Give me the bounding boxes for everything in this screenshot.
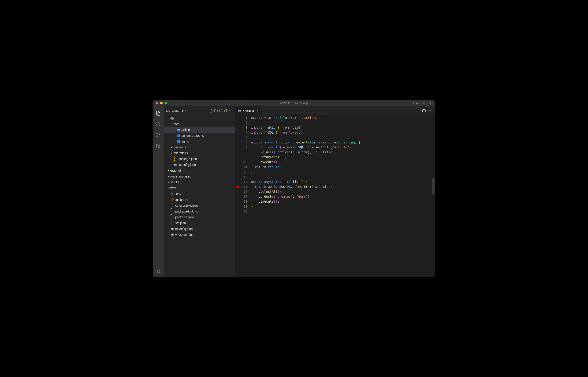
code-line[interactable]: import { ulid } from "ulid"; (251, 125, 435, 130)
activity-settings[interactable] (153, 266, 164, 277)
scrollbar-thumb[interactable] (432, 178, 435, 194)
panel-right-icon[interactable] (422, 102, 425, 105)
customize-layout-icon[interactable] (429, 102, 432, 105)
line-number: 16 (240, 189, 247, 194)
ts-file-icon: TS (170, 228, 174, 230)
chevron-right-icon (167, 175, 170, 178)
new-file-icon[interactable] (209, 109, 213, 113)
breakpoint-icon[interactable] (236, 186, 239, 188)
code-line[interactable]: .orderBy("created", "desc") (251, 194, 435, 199)
file-tree[interactable]: apicoreTSarticle.tsTSsql.generated.tsTSs… (164, 115, 235, 277)
breakpoint-gutter[interactable] (235, 115, 240, 277)
window-maximize-button[interactable] (164, 102, 167, 105)
line-number: 10 (240, 160, 247, 165)
tree-item-label: functions (173, 145, 186, 149)
tree-item-stacks[interactable]: stacks (164, 179, 235, 185)
code-line[interactable] (251, 135, 435, 140)
tab-close-icon[interactable] (256, 109, 259, 113)
code-line[interactable]: import { SQL } from "./sql"; (251, 130, 435, 135)
tree-item-functions[interactable]: functions (164, 144, 235, 150)
line-number: 9 (240, 155, 247, 160)
tree-item-core[interactable]: core (164, 121, 235, 127)
svg-point-26 (429, 110, 430, 111)
editor-actions (419, 106, 435, 115)
tree-item-sst-json[interactable]: { }sst.json (164, 220, 235, 226)
split-editor-icon[interactable] (422, 109, 426, 113)
tab-article[interactable]: TS article.ts (235, 106, 262, 115)
ts-file-icon: TS (170, 234, 174, 236)
tree-item-tsconfig-json[interactable]: TStsconfig.json (164, 226, 235, 232)
code-line[interactable]: export * as Article from "./article"; (251, 115, 435, 120)
activity-search[interactable] (153, 119, 164, 130)
window-minimize-button[interactable] (160, 102, 163, 105)
more-icon[interactable] (229, 109, 233, 113)
code-line[interactable]: } (251, 169, 435, 174)
tree-item-graphql[interactable]: graphql (164, 168, 235, 174)
tab-bar: TS article.ts (235, 106, 435, 115)
tree-item-label: article.ts (182, 128, 193, 131)
files-icon (156, 111, 161, 116)
window-title: article.ts — my-sst-app (280, 102, 308, 105)
tree-item-sql-generated-ts[interactable]: TSsql.generated.ts (164, 133, 235, 139)
new-folder-icon[interactable] (214, 109, 218, 113)
window-close-button[interactable] (156, 102, 158, 105)
code-line[interactable]: .execute(); (251, 160, 435, 165)
chevron-right-icon (170, 146, 173, 149)
tree-item-web[interactable]: web (164, 185, 235, 191)
titlebar[interactable]: article.ts — my-sst-app (153, 100, 435, 106)
more-actions-icon[interactable] (429, 109, 432, 113)
panel-left-icon[interactable] (411, 102, 414, 105)
svg-point-14 (159, 133, 160, 134)
tree-item-package-json[interactable]: { }package.json (164, 156, 235, 162)
line-number: 6 (240, 140, 247, 145)
tree-item-label: migrations (173, 151, 188, 155)
code-line[interactable]: } (251, 204, 435, 209)
svg-point-12 (156, 133, 158, 134)
code-line[interactable] (251, 174, 435, 179)
code-line[interactable]: .values({ articleID: ulid(), url, title … (251, 150, 435, 155)
code-line[interactable] (251, 120, 435, 125)
svg-point-20 (231, 110, 231, 111)
debug-icon (156, 143, 161, 148)
code-line[interactable]: const [result] = await SQL.DB.insertInto… (251, 145, 435, 150)
code-content[interactable]: export * as Article from "./article";imp… (251, 115, 435, 277)
code-line[interactable]: export async function create(title: stri… (251, 140, 435, 145)
line-number: 7 (240, 145, 247, 150)
tree-item-migrations[interactable]: migrations (164, 150, 235, 156)
tree-item-label: stacks (170, 180, 179, 184)
tree-item-node-modules[interactable]: node_modules (164, 174, 235, 179)
code-line[interactable]: export async function list() { (251, 179, 435, 184)
collapse-all-icon[interactable] (224, 109, 228, 113)
refresh-icon[interactable] (219, 109, 223, 113)
tree-item-label: sst.json (175, 221, 186, 225)
tree-item-package-lock-json[interactable]: { }package-lock.json (164, 208, 235, 214)
activity-run-debug[interactable] (153, 140, 164, 151)
code-line[interactable] (251, 209, 435, 214)
code-line[interactable]: .execute(); (251, 199, 435, 204)
svg-point-10 (156, 122, 159, 125)
ts-file-icon: TS (177, 140, 181, 143)
chevron-right-icon (167, 187, 170, 189)
line-number: 4 (240, 130, 247, 135)
titlebar-controls (411, 102, 432, 105)
activity-source-control[interactable] (153, 130, 164, 140)
tree-item--env[interactable]: .env (164, 191, 235, 197)
code-editor[interactable]: 1234567891011121314151617181920 export *… (235, 115, 435, 277)
tree-item-api[interactable]: api (164, 115, 235, 121)
tree-item-package-json[interactable]: { }package.json (164, 214, 235, 220)
code-line[interactable]: return await SQL.DB.selectFrom("article"… (251, 184, 435, 189)
json-file-icon: { } (173, 155, 177, 162)
tree-item-cdk-context-json[interactable]: { }cdk.context.json (164, 203, 235, 208)
tree-item-sql-ts[interactable]: TSsql.ts (164, 139, 235, 144)
tree-item-tsconfig-json[interactable]: TStsconfig.json (164, 162, 235, 168)
tree-item--gitignore[interactable]: .gitignore (164, 197, 235, 203)
svg-point-21 (232, 110, 232, 111)
line-number: 14 (240, 179, 247, 184)
tree-item-article-ts[interactable]: TSarticle.ts (164, 127, 235, 133)
code-line[interactable]: return result; (251, 165, 435, 169)
code-line[interactable]: .returningAll() (251, 155, 435, 160)
activity-explorer[interactable] (153, 108, 164, 119)
panel-bottom-icon[interactable] (416, 102, 419, 105)
tree-item-vitest-config-ts[interactable]: TSvitest.config.ts (164, 232, 235, 238)
code-line[interactable]: .selectAll() (251, 189, 435, 194)
